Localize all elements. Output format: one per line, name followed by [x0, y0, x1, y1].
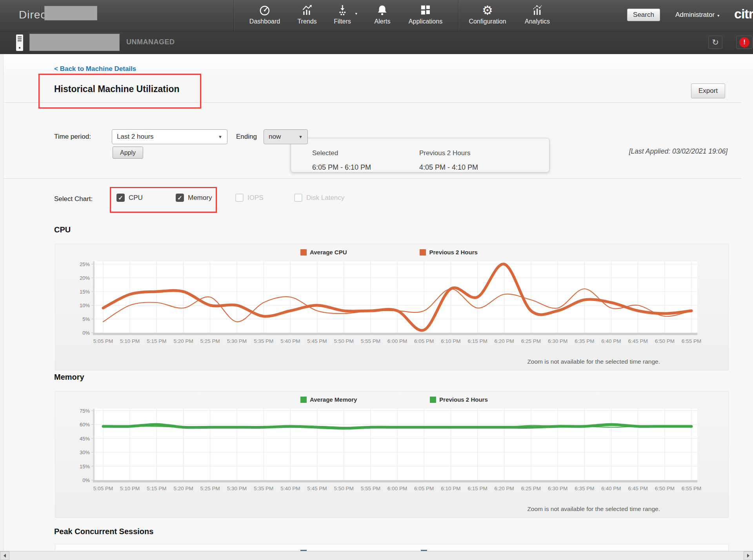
peak-sessions-heading: Peak Concurrent Sessions: [54, 527, 153, 536]
gear-icon: ⚙: [469, 4, 506, 17]
svg-text:6:35 PM: 6:35 PM: [575, 486, 594, 491]
cpu-plot-svg: 0%5%10%15%20%25%5:05 PM5:10 PM5:15 PM5:2…: [55, 244, 729, 371]
checkbox-iops: IOPS: [235, 194, 264, 202]
svg-text:6:40 PM: 6:40 PM: [601, 486, 621, 491]
svg-text:5:35 PM: 5:35 PM: [254, 486, 273, 491]
machine-status: UNMANAGED: [126, 38, 175, 46]
svg-text:6:30 PM: 6:30 PM: [548, 338, 567, 344]
top-nav-bar: Director DashboardTrendsFilters▾AlertsAp…: [0, 0, 753, 31]
unchecked-checkbox-icon: [294, 194, 302, 202]
triangle-right-icon: [747, 554, 749, 558]
svg-text:6:20 PM: 6:20 PM: [495, 338, 514, 344]
ending-dropdown[interactable]: now ▼: [264, 129, 308, 144]
refresh-button[interactable]: ↻: [708, 36, 722, 49]
apps-grid-icon: [409, 4, 442, 17]
svg-text:0%: 0%: [82, 330, 90, 336]
alerts-indicator-button[interactable]: !: [736, 36, 753, 49]
tooltip-selected-range: 6:05 PM - 6:10 PM: [312, 163, 371, 172]
memory-section-heading: Memory: [54, 373, 84, 382]
svg-text:6:50 PM: 6:50 PM: [655, 338, 675, 344]
svg-text:5:25 PM: 5:25 PM: [200, 338, 220, 344]
citrix-logo: citrix: [734, 6, 753, 24]
svg-text:6:15 PM: 6:15 PM: [467, 338, 487, 344]
server-icon: [16, 34, 24, 53]
svg-text:5:20 PM: 5:20 PM: [173, 486, 193, 491]
alert-exclamation-icon: !: [739, 37, 749, 47]
left-scroll-gutter[interactable]: [0, 54, 4, 560]
checkbox-cpu[interactable]: ✓CPU: [116, 194, 143, 202]
scroll-left-arrow[interactable]: [0, 551, 9, 560]
time-range-tooltip: Selected Previous 2 Hours 6:05 PM - 6:10…: [291, 138, 549, 172]
nav-item-configuration[interactable]: ⚙Configuration: [469, 4, 506, 25]
svg-text:6:05 PM: 6:05 PM: [414, 338, 434, 344]
time-period-dropdown[interactable]: Last 2 hours ▼: [112, 129, 227, 144]
divider: [234, 0, 234, 31]
nav-item-alerts[interactable]: Alerts: [375, 4, 391, 25]
svg-text:20%: 20%: [80, 275, 90, 281]
time-period-label: Time period:: [54, 133, 91, 141]
svg-text:5:20 PM: 5:20 PM: [173, 338, 193, 344]
divider: [4, 178, 741, 179]
horizontal-scrollbar[interactable]: [0, 551, 753, 560]
peak-sessions-chart-partial: [55, 544, 729, 552]
nav-item-filters[interactable]: Filters▾: [334, 4, 351, 25]
machine-bar: UNMANAGED ↻ !: [0, 31, 753, 54]
svg-text:5:10 PM: 5:10 PM: [120, 338, 140, 344]
svg-text:6:25 PM: 6:25 PM: [521, 486, 541, 491]
svg-text:5:55 PM: 5:55 PM: [361, 486, 380, 491]
tooltip-previous-header: Previous 2 Hours: [419, 149, 470, 157]
back-to-machine-details-link[interactable]: < Back to Machine Details: [54, 65, 136, 73]
export-button[interactable]: Export: [691, 83, 725, 98]
svg-text:6:05 PM: 6:05 PM: [414, 486, 434, 491]
svg-text:15%: 15%: [80, 289, 90, 295]
svg-text:6:45 PM: 6:45 PM: [628, 486, 648, 491]
svg-text:6:40 PM: 6:40 PM: [601, 338, 621, 344]
administrator-menu[interactable]: Administrator▾: [675, 11, 719, 19]
analytics-icon: [525, 4, 550, 17]
chevron-down-icon: ▼: [218, 134, 222, 139]
svg-text:5:35 PM: 5:35 PM: [254, 338, 273, 344]
scroll-right-arrow[interactable]: [744, 551, 753, 560]
select-chart-label: Select Chart:: [54, 195, 93, 203]
refresh-icon: ↻: [712, 38, 719, 47]
svg-text:5:30 PM: 5:30 PM: [227, 338, 247, 344]
checkbox-memory[interactable]: ✓Memory: [176, 194, 212, 202]
svg-text:6:25 PM: 6:25 PM: [521, 338, 541, 344]
svg-text:5:40 PM: 5:40 PM: [280, 338, 300, 344]
svg-text:6:10 PM: 6:10 PM: [441, 486, 460, 491]
svg-text:5:15 PM: 5:15 PM: [147, 486, 166, 491]
tooltip-selected-header: Selected: [312, 149, 338, 157]
svg-text:6:00 PM: 6:00 PM: [387, 338, 407, 344]
memory-chart: Average MemoryPrevious 2 Hours0%15%30%45…: [55, 391, 729, 518]
nav-item-applications[interactable]: Applications: [409, 4, 442, 25]
chevron-down-icon: ▼: [298, 134, 303, 139]
search-button[interactable]: Search: [627, 9, 660, 21]
svg-text:6:10 PM: 6:10 PM: [441, 338, 460, 344]
svg-text:5:30 PM: 5:30 PM: [227, 486, 247, 491]
nav-item-analytics[interactable]: Analytics: [525, 4, 550, 25]
svg-text:5:25 PM: 5:25 PM: [200, 486, 220, 491]
nav-item-trends[interactable]: Trends: [297, 4, 316, 25]
filters-icon: [334, 4, 351, 17]
bell-icon: [375, 4, 391, 17]
svg-text:5:50 PM: 5:50 PM: [334, 486, 353, 491]
svg-text:75%: 75%: [80, 408, 90, 414]
nav-item-dashboard[interactable]: Dashboard: [249, 4, 280, 25]
svg-text:6:30 PM: 6:30 PM: [548, 486, 567, 491]
svg-text:60%: 60%: [80, 422, 90, 428]
svg-text:5:40 PM: 5:40 PM: [280, 486, 300, 491]
svg-text:6:55 PM: 6:55 PM: [682, 338, 701, 344]
svg-text:6:00 PM: 6:00 PM: [387, 486, 407, 491]
unchecked-checkbox-icon: [235, 194, 244, 202]
svg-text:6:15 PM: 6:15 PM: [467, 486, 487, 491]
apply-button[interactable]: Apply: [113, 147, 143, 159]
divider: [458, 0, 458, 31]
divider: [4, 102, 741, 103]
page-title: Historical Machine Utilization: [54, 84, 180, 94]
svg-text:6:35 PM: 6:35 PM: [575, 338, 594, 344]
divider: [41, 6, 41, 20]
svg-text:5:50 PM: 5:50 PM: [334, 338, 353, 344]
svg-text:5:05 PM: 5:05 PM: [93, 486, 113, 491]
cpu-chart: Average CPUPrevious 2 Hours0%5%10%15%20%…: [55, 244, 729, 370]
zoom-unavailable-note: Zoom is not available for the selected t…: [527, 506, 660, 513]
